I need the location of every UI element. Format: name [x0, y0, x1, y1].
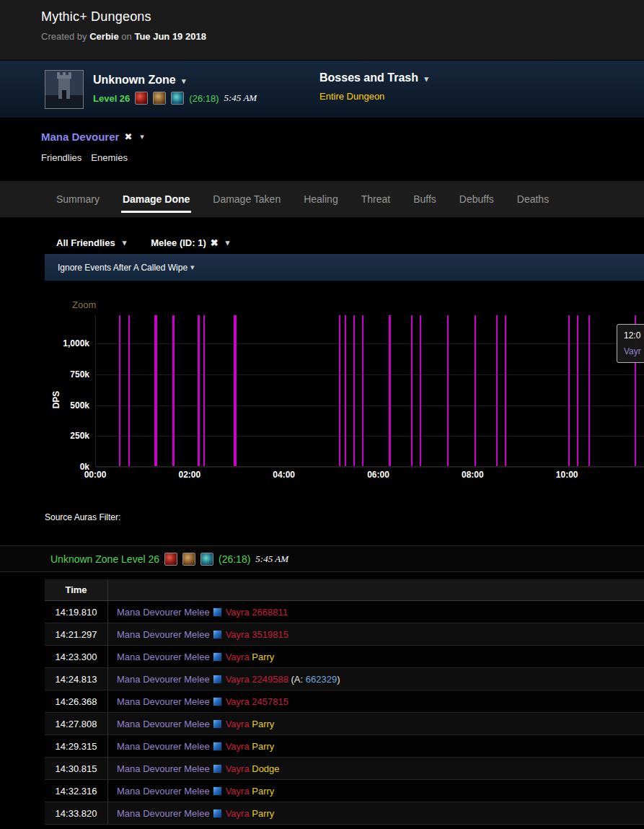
event-timestamp: 14:19.810	[45, 601, 108, 623]
dps-spike	[339, 315, 340, 466]
source-ability-link[interactable]: Mana Devourer Melee	[117, 808, 210, 819]
target-name-link[interactable]: Vayra	[226, 629, 250, 640]
x-axis-tick-label: 04:00	[273, 470, 295, 480]
tab-threat[interactable]: Threat	[350, 181, 402, 217]
events-fight-duration: (26:18)	[219, 553, 250, 565]
dps-spike	[447, 315, 449, 466]
byline-prefix: Created by	[41, 31, 87, 42]
tab-friendlies[interactable]: Friendlies	[41, 152, 81, 163]
event-timestamp: 14:26.368	[45, 690, 108, 712]
x-axis: 00:0002:0004:0006:0008:0010:00	[95, 470, 644, 484]
event-timestamp: 14:23.300	[45, 646, 108, 667]
zone-dropdown[interactable]: Unknown Zone ▾	[93, 74, 257, 87]
chevron-down-icon: ▾	[424, 74, 428, 83]
fight-duration: (26:18)	[189, 93, 219, 104]
target-name-link[interactable]: Vayra	[226, 763, 250, 774]
source-ability-link[interactable]: Mana Devourer Melee	[117, 629, 210, 640]
target-name-link[interactable]: Vayra	[226, 786, 250, 797]
report-author[interactable]: Cerbie	[89, 31, 118, 42]
source-ability-link[interactable]: Mana Devourer Melee	[117, 719, 210, 729]
source-ability-link[interactable]: Mana Devourer Melee	[117, 674, 210, 685]
table-row: 14:33.820Mana Devourer MeleeVayra Parry	[45, 802, 644, 825]
dps-spike	[588, 315, 590, 466]
report-tab-bar: Summary Damage Done Damage Taken Healing…	[0, 181, 644, 217]
dps-spike	[128, 315, 130, 466]
events-zone-title: Unknown Zone Level 26	[50, 553, 159, 565]
entire-dungeon-label: Entire Dungeon	[319, 91, 428, 102]
bosses-trash-dropdown[interactable]: Bosses and Trash ▾	[319, 71, 428, 84]
event-description: Mana Devourer MeleeVayra 2249588 (A: 662…	[108, 668, 644, 690]
dps-spike	[496, 315, 498, 466]
damage-amount: 2249588	[252, 674, 288, 685]
tooltip-time: 12:0	[624, 330, 644, 341]
tab-buffs[interactable]: Buffs	[402, 181, 448, 217]
dps-spike	[362, 315, 363, 466]
ability-icon	[213, 719, 222, 729]
dps-spike	[198, 315, 200, 466]
ability-icon	[213, 786, 222, 796]
ability-icon	[213, 675, 222, 684]
tab-enemies[interactable]: Enemies	[91, 152, 128, 163]
dps-spike	[154, 315, 157, 466]
table-header-row: Time	[45, 579, 644, 601]
chart-plot-area[interactable]	[95, 315, 644, 467]
event-description: Mana Devourer MeleeVayra Parry	[108, 713, 644, 734]
target-name-link[interactable]: Vayra	[226, 607, 250, 618]
report-byline: Created by Cerbie on Tue Jun 19 2018	[41, 31, 644, 42]
target-name-link[interactable]: Vayra	[226, 696, 250, 707]
event-description: Mana Devourer MeleeVayra 2668811	[108, 601, 644, 623]
y-axis-tick-label: 750k	[70, 369, 89, 380]
table-row: 14:26.368Mana Devourer MeleeVayra 245781…	[45, 690, 644, 713]
tab-damage-taken[interactable]: Damage Taken	[201, 181, 292, 217]
absorb-suffix: )	[337, 674, 340, 685]
dps-spike	[420, 315, 421, 466]
tab-damage-done[interactable]: Damage Done	[111, 181, 201, 217]
target-name-link[interactable]: Vayra	[226, 674, 250, 685]
chart-tooltip: 12:0 Vayr	[617, 324, 644, 363]
absorb-prefix: (A:	[291, 674, 306, 685]
tab-summary[interactable]: Summary	[45, 181, 111, 217]
y-axis-tick-label: 500k	[70, 400, 89, 411]
ability-icon	[213, 652, 222, 662]
report-header: Mythic+ Dungeons Created by Cerbie on Tu…	[0, 0, 644, 60]
fight-selection-bar: Unknown Zone ▾ Level 26 (26:18) 5:45 AM …	[0, 60, 644, 118]
ability-filter-label: Melee (ID: 1)	[151, 237, 206, 248]
target-name-link[interactable]: Vayra	[226, 808, 250, 819]
selected-enemy-link[interactable]: Mana Devourer	[41, 131, 119, 143]
source-ability-link[interactable]: Mana Devourer Melee	[117, 741, 210, 752]
source-ability-link[interactable]: Mana Devourer Melee	[117, 696, 210, 707]
wipe-filter-dropdown[interactable]: Ignore Events After A Called Wipe ▾	[45, 254, 644, 281]
event-timestamp: 14:32.316	[45, 780, 108, 802]
affix-icon-2	[153, 92, 166, 105]
friendlies-filter-dropdown[interactable]: All Friendlies ▾	[56, 231, 126, 254]
source-ability-link[interactable]: Mana Devourer Melee	[117, 786, 210, 797]
tab-debuffs[interactable]: Debuffs	[448, 181, 506, 217]
tooltip-series-name: Vayr	[624, 346, 644, 356]
time-column-header: Time	[45, 579, 108, 600]
target-name-link[interactable]: Vayra	[226, 719, 250, 729]
remove-enemy-icon[interactable]: ✖	[124, 131, 132, 142]
target-name-link[interactable]: Vayra	[226, 741, 250, 752]
dps-spike	[577, 315, 578, 466]
dps-spike	[389, 315, 391, 466]
event-timestamp: 14:27.808	[45, 713, 108, 734]
ability-filter-dropdown[interactable]: Melee (ID: 1) ✖ ▾	[151, 231, 229, 254]
source-ability-link[interactable]: Mana Devourer Melee	[117, 652, 210, 662]
remove-filter-icon[interactable]: ✖	[211, 237, 219, 248]
dps-spike	[234, 315, 237, 466]
bosses-trash-label: Bosses and Trash	[319, 71, 418, 84]
chart-gridline	[96, 374, 644, 375]
tab-healing[interactable]: Healing	[292, 181, 349, 217]
table-row: 14:21.297Mana Devourer MeleeVayra 351981…	[45, 623, 644, 646]
affix-icon-2	[182, 553, 195, 566]
events-start-time: 5:45 AM	[255, 553, 288, 565]
event-description: Mana Devourer MeleeVayra Parry	[108, 780, 644, 802]
tab-deaths[interactable]: Deaths	[506, 181, 560, 217]
source-ability-link[interactable]: Mana Devourer Melee	[117, 607, 210, 618]
event-description: Mana Devourer MeleeVayra 2457815	[108, 690, 644, 712]
events-segment-header: Unknown Zone Level 26 (26:18) 5:45 AM	[0, 545, 644, 572]
x-axis-tick-label: 02:00	[178, 470, 200, 480]
target-name-link[interactable]: Vayra	[226, 652, 250, 662]
source-ability-link[interactable]: Mana Devourer Melee	[117, 763, 210, 774]
event-description: Mana Devourer MeleeVayra 3519815	[108, 623, 644, 645]
